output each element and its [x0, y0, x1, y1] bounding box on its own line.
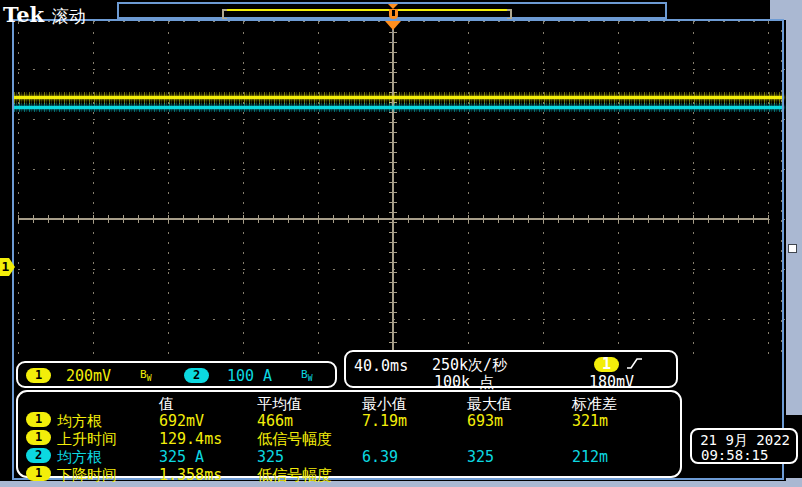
- measurement-value: 1.358ms: [159, 466, 222, 484]
- ch2-scale: 100 A: [227, 367, 272, 385]
- measurement-name: 上升时间: [57, 430, 117, 449]
- ch1-scale: 200mV: [66, 367, 111, 385]
- ch1-bandwidth-icon: BW: [140, 368, 151, 383]
- measurement-min: 7.19m: [362, 412, 407, 430]
- time-label: 09:58:15: [701, 447, 768, 463]
- tek-logo: Tek: [3, 2, 44, 27]
- measurement-row: 1 下降时间 1.358ms 低信号幅度: [18, 466, 680, 482]
- measurement-row: 2 均方根 325 A 325 6.39 325 212m: [18, 448, 680, 464]
- window-frame-corner: [770, 0, 802, 20]
- acquisition-mode-label: 滚动: [52, 5, 86, 28]
- trigger-level: 180mV: [589, 373, 634, 391]
- channel-badge: 1: [26, 466, 51, 481]
- measurement-value: 325 A: [159, 448, 204, 466]
- ch2-trace: [14, 106, 784, 109]
- trigger-position-icon: [387, 4, 399, 19]
- measurement-mean: 低信号幅度: [257, 466, 332, 485]
- measurement-mean: 466m: [257, 412, 293, 430]
- measurement-mean: 325: [257, 448, 284, 466]
- measurement-name: 均方根: [57, 448, 102, 467]
- datetime-box: 21 9月 2022 09:58:15: [690, 428, 798, 464]
- measurement-name: 均方根: [57, 412, 102, 431]
- selection-handle[interactable]: [788, 244, 797, 253]
- channel-badge: 2: [26, 448, 51, 463]
- ch1-badge: 1: [26, 368, 51, 383]
- record-view-bar: [117, 2, 667, 19]
- channel-readout-box: 1 200mV BW 2 100 A BW: [16, 361, 337, 388]
- measurement-box: 值 平均值 最小值 最大值 标准差 1 均方根 692mV 466m 7.19m…: [16, 390, 682, 478]
- measurement-value: 129.4ms: [159, 430, 222, 448]
- trigger-position-arrow-icon: [385, 21, 401, 30]
- window-bracket-left-icon: [222, 9, 227, 20]
- ch2-bandwidth-icon: BW: [301, 368, 312, 383]
- rising-edge-icon: [626, 356, 644, 371]
- record-waveform-line: [225, 9, 507, 11]
- measurement-name: 下降时间: [57, 466, 117, 485]
- window-bracket-right-icon: [507, 9, 512, 20]
- measurement-row: 1 上升时间 129.4ms 低信号幅度: [18, 430, 680, 446]
- measurement-min: 6.39: [362, 448, 398, 466]
- ch2-badge: 2: [184, 368, 209, 383]
- measurement-value: 692mV: [159, 412, 204, 430]
- channel-badge: 1: [26, 430, 51, 445]
- measurement-std: 321m: [572, 412, 608, 430]
- time-per-div: 40.0ms: [354, 357, 408, 375]
- trigger-source-badge: 1: [594, 357, 619, 372]
- measurement-max: 325: [467, 448, 494, 466]
- graticule: [13, 20, 786, 357]
- measurement-mean: 低信号幅度: [257, 430, 332, 449]
- trigger-position-stem: [392, 30, 393, 44]
- channel-badge: 1: [26, 412, 51, 427]
- trigger-readout-box: 40.0ms 250k次/秒 100k 点 1 180mV: [344, 350, 678, 388]
- ch1-trace: [14, 96, 784, 99]
- measurement-std: 212m: [572, 448, 608, 466]
- measurement-row: 1 均方根 692mV 466m 7.19m 693m 321m: [18, 412, 680, 428]
- measurement-max: 693m: [467, 412, 503, 430]
